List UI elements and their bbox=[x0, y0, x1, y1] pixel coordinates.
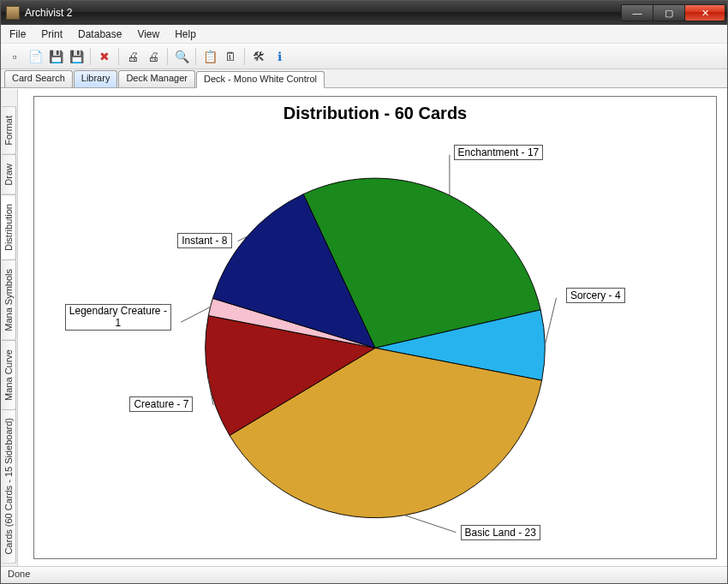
leader-line bbox=[404, 515, 456, 533]
label-instant: Instant - 8 bbox=[177, 233, 231, 248]
toolbar-separator bbox=[118, 48, 119, 65]
statusbar: Done bbox=[1, 566, 727, 583]
copy-icon[interactable]: 📋 bbox=[201, 48, 218, 65]
menu-help[interactable]: Help bbox=[175, 28, 196, 40]
tab-library[interactable]: Library bbox=[74, 70, 118, 87]
chart-frame: Distribution - 60 Cards Enchantment - 17… bbox=[33, 96, 717, 559]
minimize-button[interactable]: — bbox=[621, 4, 653, 21]
label-enchantment: Enchantment - 17 bbox=[454, 145, 544, 160]
calendar-icon[interactable]: 🗓 bbox=[222, 48, 239, 65]
save-icon[interactable]: 💾 bbox=[47, 48, 64, 65]
menu-database[interactable]: Database bbox=[78, 28, 122, 40]
maximize-button[interactable]: ▢ bbox=[653, 4, 685, 21]
menubar: File Print Database View Help bbox=[1, 25, 727, 44]
leader-line bbox=[181, 307, 210, 322]
label-sorcery: Sorcery - 4 bbox=[566, 288, 625, 303]
new-icon[interactable]: ▫ bbox=[6, 48, 23, 65]
status-text: Done bbox=[8, 569, 30, 579]
tab-card-search[interactable]: Card Search bbox=[4, 70, 73, 87]
toolbar: ▫ 📄 💾 💾 ✖ 🖨 🖨 🔍 📋 🗓 🛠 ℹ bbox=[1, 44, 727, 69]
side-tab-mana-symbols[interactable]: Mana Symbols bbox=[2, 259, 16, 341]
toolbar-separator bbox=[244, 48, 245, 65]
label-creature: Creature - 7 bbox=[129, 396, 193, 412]
pie-chart: Enchantment - 17 Sorcery - 4 Basic Land … bbox=[34, 136, 716, 557]
titlebar: Archivist 2 — ▢ ✕ bbox=[1, 1, 727, 25]
chart-title: Distribution - 60 Cards bbox=[34, 97, 716, 127]
toolbar-separator bbox=[90, 48, 91, 65]
window-buttons: — ▢ ✕ bbox=[622, 4, 725, 21]
search-icon[interactable]: 🔍 bbox=[173, 48, 190, 65]
side-tab-mana-curve[interactable]: Mana Curve bbox=[2, 340, 16, 410]
open-icon[interactable]: 📄 bbox=[27, 48, 44, 65]
side-tab-format[interactable]: Format bbox=[2, 106, 16, 155]
print-icon[interactable]: 🖨 bbox=[124, 48, 141, 65]
window-title: Archivist 2 bbox=[25, 7, 622, 19]
print-preview-icon[interactable]: 🖨 bbox=[145, 48, 162, 65]
menu-file[interactable]: File bbox=[9, 28, 26, 40]
side-tabs: Cards (60 Cards - 15 Sideboard) Mana Cur… bbox=[1, 89, 18, 566]
top-tabs: Card Search Library Deck Manager Deck - … bbox=[1, 69, 727, 88]
delete-icon[interactable]: ✖ bbox=[96, 48, 113, 65]
close-button[interactable]: ✕ bbox=[684, 4, 725, 21]
side-tab-cards[interactable]: Cards (60 Cards - 15 Sideboard) bbox=[2, 408, 16, 564]
toolbar-separator bbox=[195, 48, 196, 65]
tools-icon[interactable]: 🛠 bbox=[250, 48, 267, 65]
app-window: Archivist 2 — ▢ ✕ File Print Database Vi… bbox=[0, 0, 728, 584]
app-icon bbox=[6, 6, 20, 20]
label-basic-land: Basic Land - 23 bbox=[461, 525, 540, 540]
save-all-icon[interactable]: 💾 bbox=[68, 48, 85, 65]
tab-deck-manager[interactable]: Deck Manager bbox=[118, 70, 195, 87]
tab-deck-mono-white-control[interactable]: Deck - Mono White Control bbox=[196, 71, 325, 88]
chart-panel: Distribution - 60 Cards Enchantment - 17… bbox=[18, 89, 727, 566]
label-legendary-creature: Legendary Creature - 1 bbox=[65, 304, 171, 330]
info-icon[interactable]: ℹ bbox=[271, 48, 288, 65]
menu-view[interactable]: View bbox=[137, 28, 159, 40]
side-tab-draw[interactable]: Draw bbox=[2, 154, 16, 195]
menu-print[interactable]: Print bbox=[41, 28, 63, 40]
toolbar-separator bbox=[167, 48, 168, 65]
leader-line bbox=[545, 298, 556, 345]
side-tab-distribution[interactable]: Distribution bbox=[2, 194, 16, 260]
workspace: Cards (60 Cards - 15 Sideboard) Mana Cur… bbox=[1, 88, 727, 566]
